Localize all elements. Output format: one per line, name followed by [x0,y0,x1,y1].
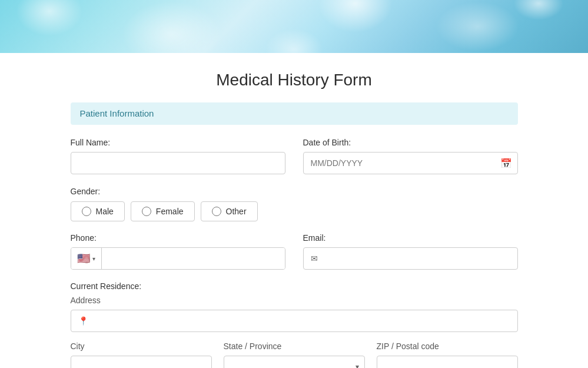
city-state-zip-row: City State / Province ▾ ZIP / Postal cod… [71,342,518,368]
email-envelope-icon: ✉ [311,254,318,263]
gender-label: Gender: [71,187,101,196]
hero-banner [0,0,588,53]
email-input[interactable] [323,248,510,269]
us-flag-icon: 🇺🇸 [77,252,90,265]
gender-male-label: Male [96,207,114,216]
email-group: Email: ✉ [303,233,518,270]
gender-option-male[interactable]: Male [71,201,125,221]
dob-input-wrapper: 📅 [303,152,518,174]
phone-number-input[interactable] [102,248,285,269]
gender-option-other[interactable]: Other [201,201,258,221]
gender-group: Gender: Male Female Other [71,186,518,221]
dob-group: Date of Birth: 📅 [303,138,518,174]
dob-label: Date of Birth: [303,138,518,147]
state-group: State / Province ▾ [224,342,365,368]
phone-label: Phone: [71,233,285,243]
gender-options: Male Female Other [71,201,518,221]
address-section-label: Address [71,296,518,305]
zip-group: ZIP / Postal code [377,342,518,368]
phone-flag-selector[interactable]: 🇺🇸 ▾ [71,248,102,269]
gender-option-female[interactable]: Female [131,201,195,221]
gender-radio-female[interactable] [142,207,151,216]
flag-dropdown-arrow-icon: ▾ [92,256,95,262]
name-dob-row: Full Name: Date of Birth: 📅 [71,138,518,174]
full-name-group: Full Name: [71,138,285,174]
phone-input-wrapper: 🇺🇸 ▾ [71,247,285,270]
full-name-label: Full Name: [71,138,285,147]
form-container: Medical History Form Patient Information… [53,53,536,368]
gender-radio-male[interactable] [82,207,91,216]
city-label: City [71,342,212,351]
zip-input[interactable] [377,356,518,368]
section-header-patient: Patient Information [71,102,518,125]
address-input-wrapper: 📍 [71,310,518,332]
city-input[interactable] [71,356,212,368]
gender-other-label: Other [226,207,247,216]
zip-label: ZIP / Postal code [377,342,518,351]
current-residence-section: Current Residence: Address 📍 City State … [71,281,518,368]
current-residence-label: Current Residence: [71,281,518,291]
dob-input[interactable] [303,152,518,174]
address-input[interactable] [93,310,510,331]
section-header-text: Patient Information [80,108,154,118]
email-input-wrapper: ✉ [303,247,518,270]
state-select[interactable] [224,356,365,368]
email-label: Email: [303,233,518,243]
city-group: City [71,342,212,368]
phone-group: Phone: 🇺🇸 ▾ [71,233,285,270]
full-name-input[interactable] [71,152,285,174]
phone-email-row: Phone: 🇺🇸 ▾ Email: ✉ [71,233,518,270]
state-select-wrapper: ▾ [224,356,365,368]
location-pin-icon: 📍 [78,316,88,326]
form-title: Medical History Form [71,71,518,89]
state-label: State / Province [224,342,365,351]
gender-female-label: Female [156,207,184,216]
gender-radio-other[interactable] [212,207,221,216]
